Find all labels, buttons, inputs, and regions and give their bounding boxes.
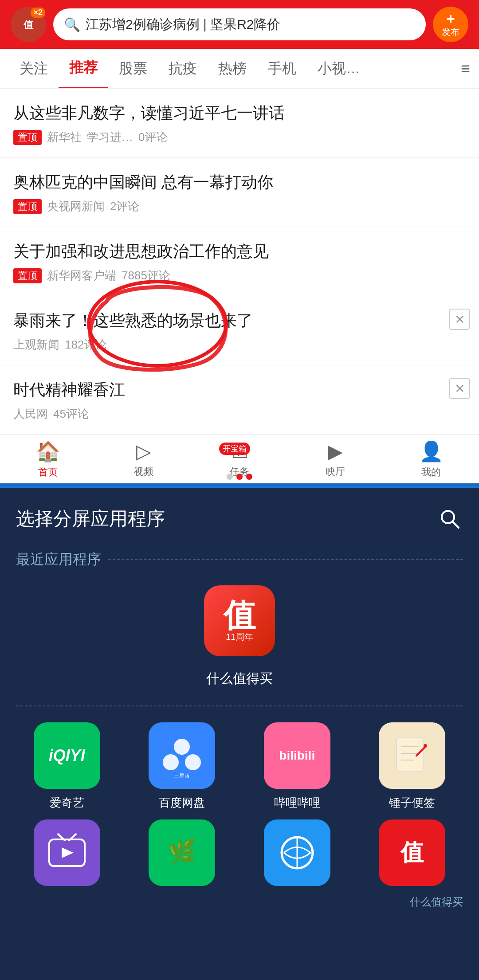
news-item-4[interactable]: 暴雨来了！这些熟悉的场景也来了 上观新闻 182评论 ✕ [0, 296, 479, 365]
video-icon: ▷ [136, 440, 151, 463]
split-search-button[interactable] [436, 506, 463, 532]
bilibili-logo-text: bilibili [279, 749, 315, 763]
news-meta-5: 人民网 45评论 [13, 406, 466, 422]
purple-app-icon [34, 819, 100, 886]
publish-button[interactable]: + 发布 [433, 7, 468, 42]
plus-icon: + [446, 11, 455, 26]
news-item-1[interactable]: 从这些非凡数字，读懂习近平七一讲话 置顶 新华社 学习进… 0评论 [0, 89, 479, 158]
news-comments-4: 182评论 [65, 337, 107, 353]
notification-icon[interactable]: 值 ×2 [11, 7, 46, 42]
app-cell-recent[interactable]: 值 11周年 什么值得买 [204, 585, 275, 688]
video-label: 视频 [134, 465, 153, 478]
news-meta-3: 置顶 新华网客户端 7885评论 [13, 268, 466, 283]
search-icon: 🔍 [64, 17, 80, 32]
app-cell-baidu[interactable]: 三星版 百度网盘 [131, 722, 233, 811]
news-title-3: 关于加强和改进思想政治工作的意见 [13, 239, 466, 263]
news-list: 从这些非凡数字，读懂习近平七一讲话 置顶 新华社 学习进… 0评论 奥林匹克的中… [0, 89, 479, 435]
hammer-note-icon [379, 722, 445, 789]
recent-apps-label: 最近应用程序 [16, 550, 101, 569]
app-cell-zhide-small[interactable]: 值 [361, 819, 463, 886]
nav-tabs: 关注 推荐 股票 抗疫 热榜 手机 小视… ≡ [0, 49, 479, 89]
tab-kangyi[interactable]: 抗疫 [158, 49, 208, 89]
tab-shouji[interactable]: 手机 [257, 49, 307, 89]
home-label: 首页 [38, 466, 58, 479]
svg-text:🌿: 🌿 [168, 838, 196, 865]
svg-point-6 [163, 754, 179, 770]
iqiyi-icon: iQIYI [34, 722, 100, 789]
news-source-1: 新华社 [47, 129, 82, 145]
tab-rebang[interactable]: 热榜 [208, 49, 257, 89]
bottom-nav-cinema[interactable]: ▶ 映厅 [287, 435, 383, 483]
bottom-hint: 什么值得买 [0, 886, 479, 909]
zhide-sub-text: 11周年 [226, 631, 253, 643]
news-title-4: 暴雨来了！这些熟悉的场景也来了 [13, 309, 466, 333]
bottom-nav-home[interactable]: 🏠 首页 [0, 435, 96, 483]
cinema-icon: ▶ [328, 440, 343, 463]
bilibili-icon: bilibili [264, 722, 330, 789]
svg-line-4 [452, 521, 459, 528]
app-grid-main: iQIYI 爱奇艺 三星版 百度网盘 bilibili 哔哩哔哩 [0, 715, 479, 819]
search-text: 江苏增2例确诊病例 | 坚果R2降价 [86, 16, 281, 34]
news-item-3[interactable]: 关于加强和改进思想政治工作的意见 置顶 新华网客户端 7885评论 [0, 227, 479, 296]
app-cell-iqiyi[interactable]: iQIYI 爱奇艺 [16, 722, 118, 811]
mine-label: 我的 [421, 466, 441, 479]
user-icon: 👤 [419, 440, 444, 463]
baidu-name: 百度网盘 [159, 795, 205, 811]
blue-app-icon [264, 819, 330, 886]
news-item-5[interactable]: 时代精神耀香江 人民网 45评论 ✕ [0, 365, 479, 435]
app-cell-blue[interactable] [246, 819, 348, 886]
publish-label: 发布 [442, 26, 459, 38]
app-cell-green[interactable]: 🌿 [131, 819, 233, 886]
close-button-5[interactable]: ✕ [449, 378, 470, 399]
split-header: 选择分屏应用程序 [0, 488, 479, 541]
svg-text:值: 值 [23, 19, 34, 30]
notification-badge: ×2 [31, 8, 45, 18]
news-category-1: 学习进… [87, 129, 133, 145]
pin-badge-2: 置顶 [13, 199, 42, 214]
green-app-icon: 🌿 [149, 819, 215, 886]
bilibili-name: 哔哩哔哩 [274, 795, 320, 811]
news-comments-2: 2评论 [110, 199, 139, 214]
search-bar[interactable]: 🔍 江苏增2例确诊病例 | 坚果R2降价 [53, 8, 426, 40]
app-grid-bottom: 🌿 值 [0, 819, 479, 886]
close-button-4[interactable]: ✕ [449, 309, 470, 330]
split-panel: 选择分屏应用程序 最近应用程序 值 11周年 什么值得买 iQIYI [0, 488, 479, 980]
baidu-icon: 三星版 [149, 722, 215, 789]
pin-badge-3: 置顶 [13, 268, 42, 283]
section-separator [16, 706, 463, 706]
task-icon-wrap: ☑ 开宝箱 [231, 440, 248, 463]
section-line [108, 559, 463, 560]
news-item-2[interactable]: 奥林匹克的中国瞬间 总有一幕打动你 置顶 央视网新闻 2评论 [0, 158, 479, 227]
hammer-name: 锤子便签 [389, 795, 435, 811]
cinema-label: 映厅 [326, 465, 345, 478]
tab-gupiao[interactable]: 股票 [108, 49, 158, 89]
tab-tuijian[interactable]: 推荐 [59, 49, 108, 89]
bottom-nav: 🏠 首页 ▷ 视频 ☑ 开宝箱 任务 ▶ 映厅 👤 我的 [0, 435, 479, 483]
svg-rect-9 [397, 738, 423, 771]
nav-dots [227, 474, 252, 480]
bottom-nav-mine[interactable]: 👤 我的 [383, 435, 479, 483]
news-meta-4: 上观新闻 182评论 [13, 337, 466, 353]
app-cell-bilibili[interactable]: bilibili 哔哩哔哩 [246, 722, 348, 811]
news-source-5: 人民网 [13, 406, 48, 422]
svg-point-14 [424, 744, 427, 748]
news-source-3: 新华网客户端 [47, 268, 116, 283]
svg-marker-18 [62, 847, 74, 858]
bottom-nav-video[interactable]: ▷ 视频 [96, 435, 192, 483]
split-title: 选择分屏应用程序 [16, 506, 165, 531]
tab-guanzhu[interactable]: 关注 [9, 49, 59, 89]
app-cell-hammer[interactable]: 锤子便签 [361, 722, 463, 811]
news-comments-1: 0评论 [138, 129, 168, 145]
news-title-5: 时代精神耀香江 [13, 378, 466, 402]
zhide-small-icon: 值 [379, 819, 445, 886]
news-title-1: 从这些非凡数字，读懂习近平七一讲话 [13, 101, 466, 125]
nav-dot-3 [246, 474, 252, 480]
zhide-main-char: 值 [224, 599, 255, 631]
news-comments-5: 45评论 [53, 406, 89, 422]
split-divider [0, 483, 479, 488]
app-cell-purple[interactable] [16, 819, 118, 886]
pin-badge-1: 置顶 [13, 130, 42, 145]
nav-more-icon[interactable]: ≡ [461, 59, 470, 78]
tab-xiaoshi[interactable]: 小视… [307, 49, 371, 89]
news-title-2: 奥林匹克的中国瞬间 总有一幕打动你 [13, 170, 466, 194]
